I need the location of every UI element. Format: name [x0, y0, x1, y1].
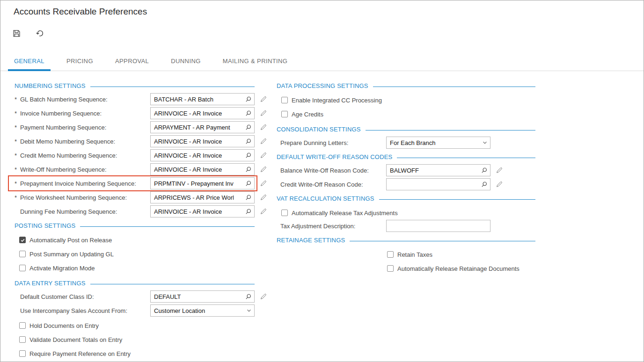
search-icon[interactable]	[481, 167, 488, 174]
search-icon[interactable]	[245, 194, 252, 201]
field-label: Credit Write-Off Reason Code:	[280, 181, 363, 188]
toolbar	[11, 28, 45, 39]
checkbox-row: Hold Documents on Entry	[15, 319, 277, 333]
price-worksheet-numbering-sequence-input[interactable]: ARPRICEWS - AR Price Worl	[150, 191, 255, 203]
section-label: DATA ENTRY SETTINGS	[15, 280, 86, 287]
section-vat-recalculation-settings: VAT RECALCULATION SETTINGS	[277, 194, 535, 203]
edit-button[interactable]	[259, 166, 267, 173]
search-icon[interactable]	[245, 208, 252, 215]
field-row: *Price Worksheet Numbering Sequence: ARP…	[15, 191, 277, 203]
debit-memo-numbering-sequence-input[interactable]: ARINVOICE - AR Invoice	[150, 135, 255, 147]
section-data-processing-settings: DATA PROCESSING SETTINGS	[277, 81, 535, 90]
use-intercompany-sales-account-from-select[interactable]: Customer Location	[150, 304, 255, 317]
section-rule	[350, 241, 535, 241]
checkbox-enable-integrated-cc-processing[interactable]	[281, 97, 288, 103]
search-icon[interactable]	[245, 138, 252, 145]
credit-memo-numbering-sequence-input[interactable]: ARINVOICE - AR Invoice	[150, 149, 255, 161]
tax-adjustment-description-input[interactable]	[386, 220, 490, 232]
pencil-icon	[259, 109, 267, 117]
field-row: *Credit Memo Numbering Sequence: ARINVOI…	[15, 149, 277, 161]
field-row: *Write-Off Numbering Sequence: ARINVOICE…	[15, 163, 277, 175]
search-icon[interactable]	[245, 152, 252, 159]
required-marker: *	[15, 166, 20, 173]
search-icon[interactable]	[245, 124, 252, 131]
gl-batch-numbering-sequence-input[interactable]: BATCHAR - AR Batch	[150, 93, 255, 105]
pencil-icon	[259, 194, 267, 201]
checkbox-retain-taxes[interactable]	[387, 251, 394, 258]
checkbox-row: Age Credits	[277, 107, 535, 121]
section-default-write-off-reason-codes: DEFAULT WRITE-OFF REASON CODES	[277, 152, 535, 161]
search-icon[interactable]	[245, 166, 252, 173]
checkbox-automatically-release-retainage-documents[interactable]	[387, 265, 394, 272]
section-label: POSTING SETTINGS	[15, 222, 75, 229]
edit-button[interactable]	[259, 194, 267, 201]
checkbox-require-payment-reference-on-entry[interactable]	[19, 350, 26, 357]
write-off-numbering-sequence-input[interactable]: ARINVOICE - AR Invoice	[150, 163, 255, 175]
checkbox-activate-migration-mode[interactable]	[19, 265, 26, 271]
checkbox-age-credits[interactable]	[281, 111, 288, 117]
checkbox-row: Require Payment Reference on Entry	[15, 347, 277, 361]
dunning-fee-numbering-sequence-input[interactable]: ARINVOICE - AR Invoice	[150, 205, 255, 217]
tab-approval[interactable]: APPROVAL	[109, 51, 155, 71]
section-rule	[379, 199, 535, 200]
field-label: Balance Write-Off Reason Code:	[280, 167, 369, 174]
balance-write-off-reason-code-input[interactable]: BALWOFF	[386, 164, 490, 176]
section-label: DATA PROCESSING SETTINGS	[277, 82, 368, 89]
right-column: DATA PROCESSING SETTINGS Enable Integrat…	[277, 78, 535, 275]
field-value: BALWOFF	[390, 167, 481, 174]
prepare-dunning-letters-select[interactable]: For Each Branch	[386, 137, 490, 149]
tab-general[interactable]: GENERAL	[8, 51, 51, 71]
checkbox-hold-documents-on-entry[interactable]	[19, 322, 26, 329]
required-marker: *	[15, 194, 20, 201]
field-row-highlighted: *Prepayment Invoice Numbering Sequence: …	[15, 177, 277, 189]
general-tab-content: NUMBERING SETTINGS *GL Batch Numbering S…	[0, 71, 644, 362]
section-label: DEFAULT WRITE-OFF REASON CODES	[277, 153, 392, 160]
tab-mailing-printing[interactable]: MAILING & PRINTING	[217, 51, 294, 71]
checkbox-row: Post Summary on Updating GL	[15, 247, 277, 261]
edit-button[interactable]	[259, 95, 267, 103]
section-rule	[366, 130, 535, 130]
required-marker: *	[15, 110, 20, 117]
checkbox-label: Automatically Release Retainage Document…	[397, 265, 520, 272]
tab-dunning[interactable]: DUNNING	[165, 51, 206, 71]
prepayment-invoice-numbering-sequence-input[interactable]: PRPMTINV - Prepayment Inv	[150, 177, 255, 189]
checkbox-label: Require Payment Reference on Entry	[29, 350, 131, 357]
payment-numbering-sequence-input[interactable]: ARPAYMENT - AR Payment	[150, 121, 255, 133]
section-label: NUMBERING SETTINGS	[15, 82, 86, 89]
chevron-down-icon[interactable]	[482, 140, 488, 145]
checkbox-label: Enable Integrated CC Processing	[292, 97, 382, 104]
checkbox-row: Automatically Release Retainage Document…	[277, 261, 535, 275]
undo-button[interactable]	[34, 28, 45, 39]
edit-button[interactable]	[259, 293, 267, 300]
edit-button[interactable]	[259, 208, 267, 215]
edit-button[interactable]	[259, 123, 267, 131]
search-icon[interactable]	[245, 293, 252, 300]
checkbox-post-summary-on-updating-gl[interactable]	[19, 251, 26, 257]
edit-button[interactable]	[259, 109, 267, 117]
checkbox-automatically-post-on-release[interactable]	[19, 237, 26, 243]
edit-button[interactable]	[259, 152, 267, 159]
edit-button[interactable]	[495, 181, 503, 188]
save-button[interactable]	[11, 28, 22, 39]
search-icon[interactable]	[245, 110, 252, 117]
tab-pricing[interactable]: PRICING	[60, 51, 99, 71]
section-retainage-settings: RETAINAGE SETTINGS	[277, 236, 535, 244]
pencil-icon	[495, 181, 503, 188]
search-icon[interactable]	[245, 96, 252, 103]
section-rule	[80, 226, 255, 227]
credit-write-off-reason-code-input[interactable]	[386, 178, 490, 190]
edit-button[interactable]	[495, 167, 503, 174]
field-label: Default Customer Class ID:	[20, 293, 94, 300]
checkbox-label: Automatically Post on Release	[29, 237, 112, 244]
pencil-icon	[495, 167, 503, 174]
undo-icon	[36, 29, 44, 38]
edit-button[interactable]	[259, 180, 267, 187]
search-icon[interactable]	[481, 181, 488, 188]
search-icon[interactable]	[245, 180, 252, 187]
checkbox-validate-document-totals-on-entry[interactable]	[19, 336, 26, 343]
default-customer-class-id-input[interactable]: DEFAULT	[150, 290, 255, 303]
checkbox-automatically-release-tax-adjustments[interactable]	[281, 210, 288, 216]
chevron-down-icon[interactable]	[246, 308, 252, 313]
invoice-numbering-sequence-input[interactable]: ARINVOICE - AR Invoice	[150, 107, 255, 119]
edit-button[interactable]	[259, 138, 267, 145]
